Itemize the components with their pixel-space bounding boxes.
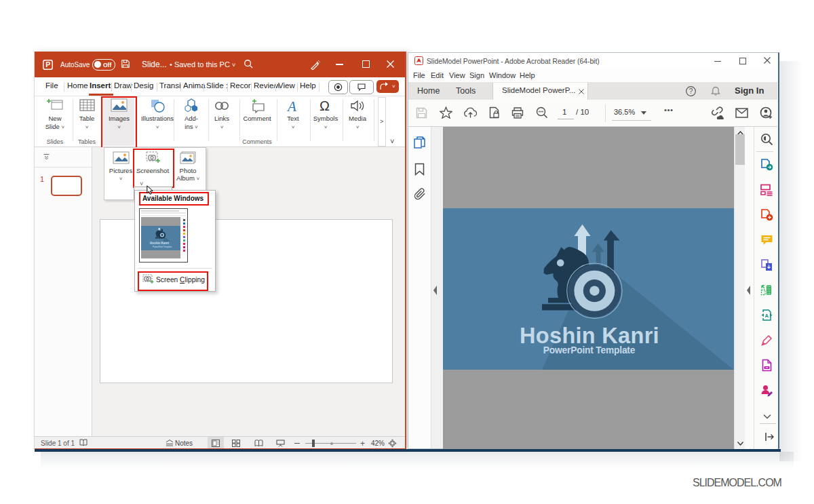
svg-text:Hoshin Kanri: Hoshin Kanri — [520, 324, 659, 348]
svg-text:?: ? — [689, 88, 693, 95]
svg-text:A: A — [765, 313, 769, 319]
svg-text:P: P — [45, 60, 50, 69]
svg-text:PowerPoint Template: PowerPoint Template — [543, 345, 636, 355]
svg-text:Ω: Ω — [319, 98, 330, 113]
svg-text:A: A — [286, 98, 296, 113]
